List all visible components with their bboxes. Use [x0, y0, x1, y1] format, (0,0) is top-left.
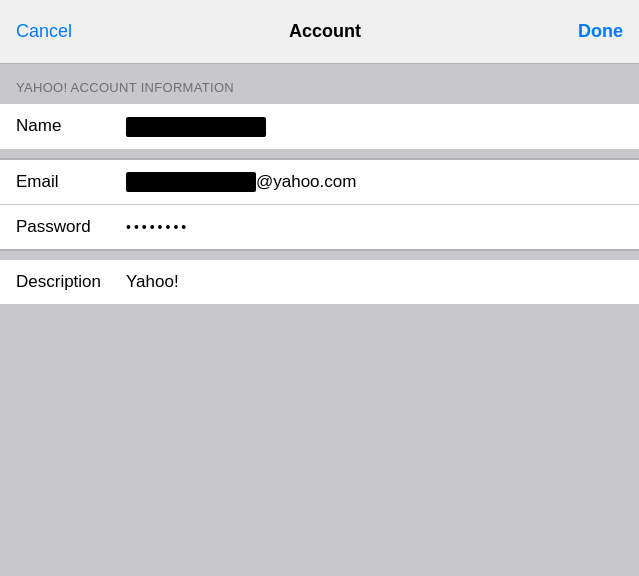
bottom-area — [0, 305, 639, 576]
name-redacted — [126, 117, 266, 137]
section-header: YAHOO! ACCOUNT INFORMATION — [0, 64, 639, 103]
email-label: Email — [16, 172, 126, 192]
credentials-group: Email @yahoo.com Password •••••••• — [0, 158, 639, 252]
email-row[interactable]: Email @yahoo.com — [0, 160, 639, 206]
navigation-bar: Cancel Account Done — [0, 0, 639, 64]
cancel-button[interactable]: Cancel — [16, 21, 72, 42]
name-label: Name — [16, 116, 126, 136]
password-row[interactable]: Password •••••••• — [0, 205, 639, 249]
email-domain: @yahoo.com — [256, 172, 356, 191]
description-group: Description Yahoo! — [0, 259, 639, 305]
description-row[interactable]: Description Yahoo! — [0, 260, 639, 304]
password-label: Password — [16, 217, 126, 237]
password-value: •••••••• — [126, 219, 623, 235]
page-title: Account — [289, 21, 361, 42]
gap-2 — [0, 251, 639, 259]
name-group: Name — [0, 103, 639, 150]
description-value: Yahoo! — [126, 272, 623, 292]
gap-1 — [0, 150, 639, 158]
name-value — [126, 116, 623, 137]
description-label: Description — [16, 272, 126, 292]
email-value: @yahoo.com — [126, 172, 623, 193]
done-button[interactable]: Done — [578, 21, 623, 42]
name-row[interactable]: Name — [0, 104, 639, 149]
email-redacted — [126, 172, 256, 192]
